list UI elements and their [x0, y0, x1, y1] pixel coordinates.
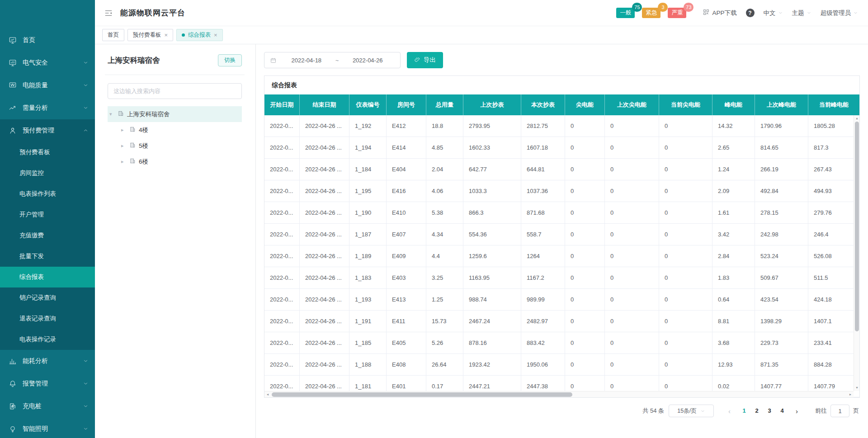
- tree-node-floor-6楼[interactable]: ▸6楼: [108, 154, 242, 170]
- sidebar-subitem-batch-issue[interactable]: 批量下发: [0, 246, 95, 267]
- scroll-down-icon[interactable]: ▾: [854, 385, 860, 391]
- page-2-button[interactable]: 2: [750, 405, 763, 417]
- table-cell: 1923.42: [463, 354, 521, 376]
- table-body: 2022-0...2022-04-26 ...1_192E41218.82793…: [264, 115, 859, 397]
- tabbar: 首页 预付费看板 × 综合报表 ×: [95, 26, 868, 44]
- caret-right-icon[interactable]: ▸: [121, 127, 126, 133]
- charging-pile-icon: [9, 402, 17, 410]
- sidebar-item-home[interactable]: 首页: [0, 29, 95, 52]
- table-cell: 14.32: [712, 115, 755, 137]
- tree-node-floor-5楼[interactable]: ▸5楼: [108, 138, 242, 154]
- page-size-value: 15条/页: [677, 407, 696, 415]
- export-button[interactable]: 导出: [407, 52, 443, 68]
- caret-down-icon[interactable]: ▾: [109, 111, 114, 117]
- sidebar-subitem-account-opening[interactable]: 开户管理: [0, 204, 95, 225]
- table-row: 2022-0...2022-04-26 ...1_191E41115.73246…: [264, 311, 859, 332]
- sidebar-item-energy-analysis[interactable]: 能耗分析: [0, 350, 95, 372]
- vertical-scroll-thumb[interactable]: [855, 122, 859, 331]
- page-3-button[interactable]: 3: [763, 405, 776, 417]
- caret-right-icon[interactable]: ▸: [121, 159, 126, 165]
- switch-site-button[interactable]: 切换: [218, 54, 242, 66]
- app-download-link[interactable]: APP下载: [703, 9, 736, 17]
- horizontal-scrollbar[interactable]: ◂ ▸: [264, 391, 854, 397]
- theme-select[interactable]: 主题: [792, 9, 811, 17]
- tab-label: 预付费看板: [133, 31, 161, 39]
- table-cell: 0: [659, 289, 712, 311]
- safety-monitor-icon: [9, 59, 17, 67]
- sidebar-item-smart-lighting[interactable]: 智能照明: [0, 418, 95, 438]
- table-cell: 0: [605, 224, 659, 245]
- sidebar-subitem-recharge-payment[interactable]: 充值缴费: [0, 225, 95, 246]
- end-date-value[interactable]: 2022-04-26: [340, 57, 395, 64]
- horizontal-scroll-thumb[interactable]: [272, 392, 572, 397]
- vertical-scrollbar[interactable]: ▴ ▾: [854, 115, 859, 391]
- bar-chart-icon: [9, 357, 17, 365]
- report-table: 开始日期结束日期仪表编号房间号总用量上次抄表本次抄表尖电能上次尖电能当前尖电能峰…: [264, 94, 859, 397]
- table-cell: 0: [565, 115, 605, 137]
- close-tab-icon[interactable]: ×: [165, 32, 168, 38]
- table-cell: 2022-0...: [264, 332, 300, 354]
- goto-page-input[interactable]: [830, 405, 849, 417]
- tab-comprehensive-report[interactable]: 综合报表 ×: [176, 29, 223, 41]
- tab-prepaid-dashboard[interactable]: 预付费看板 ×: [127, 29, 173, 41]
- table-cell: 526.08: [808, 245, 859, 267]
- sidebar-item-prepaid-management[interactable]: 预付费管理: [0, 119, 95, 142]
- sidebar-item-charging-pile[interactable]: 充电桩: [0, 395, 95, 418]
- sidebar-subitem-comprehensive-report[interactable]: 综合报表: [0, 267, 95, 287]
- column-header: 仪表编号: [349, 94, 387, 115]
- scroll-up-icon[interactable]: ▴: [854, 116, 860, 121]
- sidebar-subitem-prepaid-dashboard[interactable]: 预付费看板: [0, 142, 95, 163]
- user-name: 超级管理员: [821, 9, 851, 17]
- alarm-badge-count: 73: [684, 3, 693, 12]
- alarm-badge-urgent[interactable]: 紧急3: [642, 8, 660, 18]
- sidebar-subitem-account-close-query[interactable]: 销户记录查询: [0, 287, 95, 308]
- sidebar-item-electrical-safety[interactable]: 电气安全: [0, 52, 95, 74]
- sidebar-item-demand-analysis[interactable]: 需量分析: [0, 97, 95, 119]
- column-header: 峰电能: [712, 94, 755, 115]
- table-cell: E413: [387, 289, 426, 311]
- caret-right-icon[interactable]: ▸: [121, 143, 126, 149]
- sidebar-subitem-room-monitor[interactable]: 房间监控: [0, 163, 95, 184]
- tree-search-input[interactable]: [108, 83, 242, 99]
- table-cell: E410: [387, 202, 426, 224]
- next-page-button[interactable]: ›: [793, 407, 801, 415]
- tree-node-floor-4楼[interactable]: ▸4楼: [108, 122, 242, 138]
- sidebar-subitem-meter-operation-list[interactable]: 电表操作列表: [0, 184, 95, 204]
- table-cell: 0: [659, 180, 712, 202]
- table-cell: 1264: [521, 245, 565, 267]
- tree-node-root[interactable]: ▾ 上海安科瑞宿舍: [108, 106, 242, 122]
- alarm-badges: 一般75紧急3严重73: [616, 8, 693, 18]
- close-tab-icon[interactable]: ×: [214, 32, 217, 38]
- tab-home[interactable]: 首页: [102, 29, 124, 41]
- page-1-button[interactable]: 1: [738, 405, 750, 417]
- chevron-down-icon: [853, 10, 858, 15]
- date-range-picker[interactable]: 2022-04-18 ~ 2022-04-26: [264, 52, 401, 68]
- sidebar-item-power-quality[interactable]: 电能质量: [0, 74, 95, 97]
- scroll-right-icon[interactable]: ▸: [848, 391, 853, 397]
- sidebar-group-electrical-safety: 电气安全: [0, 52, 95, 74]
- menu-fold-icon[interactable]: [104, 9, 113, 17]
- scroll-left-icon[interactable]: ◂: [265, 391, 270, 397]
- sidebar-subitem-meter-operation-record[interactable]: 电表操作记录: [0, 329, 95, 350]
- help-icon[interactable]: ?: [746, 9, 755, 17]
- table-row: 2022-0...2022-04-26 ...1_185E4055.26878.…: [264, 332, 859, 354]
- table-cell: 1607.18: [521, 137, 565, 159]
- table-cell: 0: [565, 159, 605, 180]
- table-cell: 2022-04-26 ...: [300, 311, 349, 332]
- user-menu[interactable]: 超级管理员: [821, 9, 859, 17]
- sidebar-item-alarm-management[interactable]: 报警管理: [0, 372, 95, 395]
- sidebar-menu: 首页电气安全电能质量需量分析预付费管理预付费看板房间监控电表操作列表开户管理充值…: [0, 29, 95, 438]
- page-size-select[interactable]: 15条/页: [669, 405, 714, 417]
- start-date-value[interactable]: 2022-04-18: [279, 57, 334, 64]
- prev-page-button[interactable]: ‹: [726, 407, 733, 415]
- language-select[interactable]: 中文: [764, 9, 783, 17]
- sidebar-subitem-meter-return-query[interactable]: 退表记录查询: [0, 308, 95, 329]
- alarm-badge-count: 3: [658, 3, 668, 12]
- dashboard-icon: [9, 36, 17, 44]
- page-4-button[interactable]: 4: [776, 405, 788, 417]
- column-header: 尖电能: [565, 94, 605, 115]
- alarm-badge-critical[interactable]: 严重73: [668, 8, 686, 18]
- building-icon: [129, 126, 136, 134]
- alarm-badge-general[interactable]: 一般75: [616, 8, 635, 18]
- bell-icon: [9, 380, 17, 388]
